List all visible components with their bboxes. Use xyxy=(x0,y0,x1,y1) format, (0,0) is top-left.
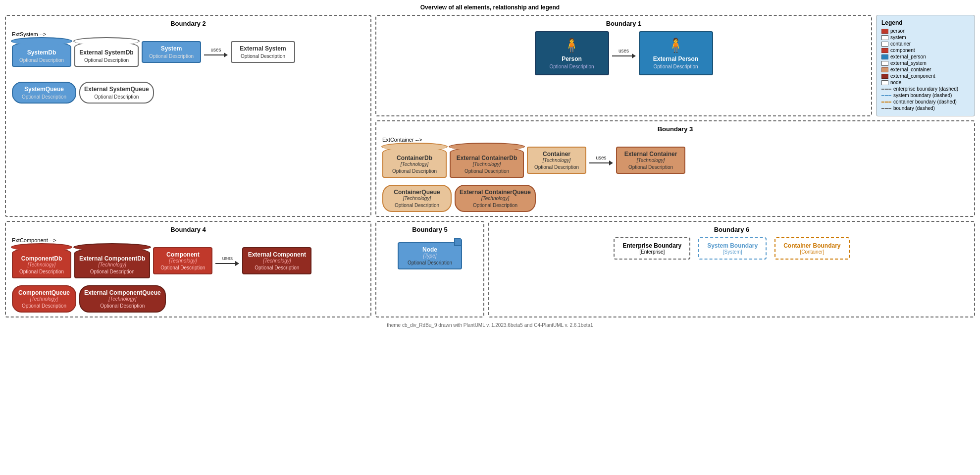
container-db: ContainerDb [Technology] Optional Descri… xyxy=(382,147,447,178)
legend-box: Legend person system container xyxy=(876,15,975,116)
container-queue-desc: Optional Description xyxy=(387,203,447,208)
legend-ext-component: external_component xyxy=(881,73,970,79)
legend-ext-person-label: external_person xyxy=(890,54,926,59)
legend-boundary-label: boundary (dashed) xyxy=(893,106,935,111)
boundary-2-title: Boundary 2 xyxy=(12,20,364,27)
system-queue-title: SystemQueue xyxy=(17,86,71,93)
ext-component-db-desc: Optional Description xyxy=(79,269,145,274)
enterprise-boundary-sublabel: [Enterprise] xyxy=(622,249,681,255)
legend-ext-container-label: external_container xyxy=(890,67,931,72)
legend-ext-person: external_person xyxy=(881,54,970,59)
ext-component-tech: [Technology] xyxy=(247,258,307,264)
ext-container-queue-title: External ContainerQueue xyxy=(460,189,531,196)
ext-container-db: External ContainerDb [Technology] Option… xyxy=(450,147,524,178)
component-db-desc: Optional Description xyxy=(17,269,66,274)
boundary1-uses-label: uses xyxy=(619,48,629,53)
enterprise-boundary-label: Enterprise Boundary xyxy=(622,242,681,249)
system-db-title: SystemDb xyxy=(17,49,66,56)
ext-system-queue: External SystemQueue Optional Descriptio… xyxy=(79,82,154,104)
node-title: Node xyxy=(403,246,457,253)
boundary3-arrow: uses xyxy=(589,155,613,165)
container-boundary-box: Container Boundary [Container] xyxy=(774,237,849,260)
boundary3-container: Container [Technology] Optional Descript… xyxy=(527,147,586,174)
legend-system-boundary: system boundary (dashed) xyxy=(881,93,970,98)
ext-system-title: External System xyxy=(236,45,290,52)
ext-system-queue-title: External SystemQueue xyxy=(84,86,149,93)
ext-system: External System Optional Description xyxy=(231,41,295,63)
ext-person-box: 🧍 External Person Optional Description xyxy=(639,31,713,75)
legend-system: system xyxy=(881,35,970,40)
ext-component-queue: External ComponentQueue [Technology] Opt… xyxy=(79,285,166,313)
uses-label: uses xyxy=(210,47,221,53)
ext-container-title: External Container xyxy=(621,151,680,158)
component-db-tech: [Technology] xyxy=(17,262,66,267)
legend-enterprise-boundary: enterprise boundary (dashed) xyxy=(881,86,970,92)
enterprise-boundary-box: Enterprise Boundary [Enterprise] xyxy=(614,237,690,260)
component-db-title: ComponentDb xyxy=(17,255,66,262)
ext-component-db-title: External ComponentDb xyxy=(79,255,145,262)
ext-component-queue-desc: Optional Description xyxy=(84,303,161,309)
boundary3-container-desc: Optional Description xyxy=(532,164,581,170)
legend-ext-system-label: external_system xyxy=(890,60,927,66)
ext-system-db: External SystemDb Optional Description xyxy=(74,41,139,67)
boundary3-container-title: Container xyxy=(532,151,581,158)
container-queue-title: ContainerQueue xyxy=(387,189,447,196)
person-icon: 🧍 xyxy=(542,37,602,53)
legend-person-label: person xyxy=(890,28,906,34)
ext-system-desc: Optional Description xyxy=(236,53,290,59)
legend-ext-component-label: external_component xyxy=(890,73,935,79)
system-boundary-item: System Boundary [System] xyxy=(698,237,767,260)
component-queue-tech: [Technology] xyxy=(17,296,71,302)
ext-system-queue-desc: Optional Description xyxy=(84,94,149,100)
system-queue: SystemQueue Optional Description xyxy=(12,82,76,104)
container-db-tech: [Technology] xyxy=(387,161,442,167)
legend-container-boundary: container boundary (dashed) xyxy=(881,99,970,105)
legend-container-label: container xyxy=(890,41,911,47)
system-boundary-label: System Boundary xyxy=(707,242,758,249)
boundary1-arrow: uses xyxy=(612,48,636,58)
boundary3-container-tech: [Technology] xyxy=(532,158,581,163)
container-boundary-item: Container Boundary [Container] xyxy=(774,237,849,260)
boundary3-uses-label: uses xyxy=(596,155,606,160)
enterprise-boundary-item: Enterprise Boundary [Enterprise] xyxy=(614,237,690,260)
container-boundary-sublabel: [Container] xyxy=(783,249,840,255)
boundary-1-title: Boundary 1 xyxy=(382,20,865,27)
legend-component: component xyxy=(881,48,970,53)
ext-component-queue-title: External ComponentQueue xyxy=(84,289,161,296)
container-db-desc: Optional Description xyxy=(387,168,442,174)
container-queue: ContainerQueue [Technology] Optional Des… xyxy=(382,185,452,212)
boundary2-system: System Optional Description xyxy=(142,41,201,63)
node-type: [Type] xyxy=(403,253,457,259)
boundary4-component-desc: Optional Description xyxy=(158,265,207,270)
boundary2-system-title: System xyxy=(147,45,196,52)
boundary-1: Boundary 1 🧍 Person Optional Description… xyxy=(375,15,872,116)
ext-component-db-tech: [Technology] xyxy=(79,262,145,267)
ext-container-queue: External ContainerQueue [Technology] Opt… xyxy=(455,185,536,212)
ext-person-desc: Optional Description xyxy=(646,64,706,69)
container-db-title: ContainerDb xyxy=(387,155,442,161)
boundary-4: Boundary 4 ExtComponent --> ComponentDb … xyxy=(5,221,371,317)
boundary-6: Boundary 6 Enterprise Boundary [Enterpri… xyxy=(488,221,975,317)
boundary2-arrow: uses xyxy=(204,47,228,57)
boundary-5: Boundary 5 Node [Type] Optional Descript… xyxy=(375,221,484,317)
component-queue-title: ComponentQueue xyxy=(17,289,71,296)
boundary-6-title: Boundary 6 xyxy=(495,226,968,233)
ext-container-db-title: External ContainerDb xyxy=(455,155,519,161)
system-boundary-sublabel: [System] xyxy=(707,249,758,255)
page-title: Overview of all elements, relationship a… xyxy=(0,0,980,13)
boundary4-component-tech: [Technology] xyxy=(158,258,207,264)
ext-container-db-desc: Optional Description xyxy=(455,168,519,174)
ext-component-desc: Optional Description xyxy=(247,265,307,270)
ext-person-icon: 🧍 xyxy=(646,37,706,53)
boundary-2: Boundary 2 ExtSystem --> SystemDb Option… xyxy=(5,15,371,217)
boundary-3-title: Boundary 3 xyxy=(382,125,968,133)
boundary-4-title: Boundary 4 xyxy=(12,226,364,233)
ext-container-desc: Optional Description xyxy=(621,164,680,170)
ext-component: External Component [Technology] Optional… xyxy=(242,247,311,274)
boundary4-component-title: Component xyxy=(158,251,207,258)
legend-component-label: component xyxy=(890,48,915,53)
ext-container-db-tech: [Technology] xyxy=(455,161,519,167)
component-db: ComponentDb [Technology] Optional Descri… xyxy=(12,247,71,278)
ext-container-queue-desc: Optional Description xyxy=(460,203,531,208)
boundary-6-content: Enterprise Boundary [Enterprise] System … xyxy=(495,237,968,260)
